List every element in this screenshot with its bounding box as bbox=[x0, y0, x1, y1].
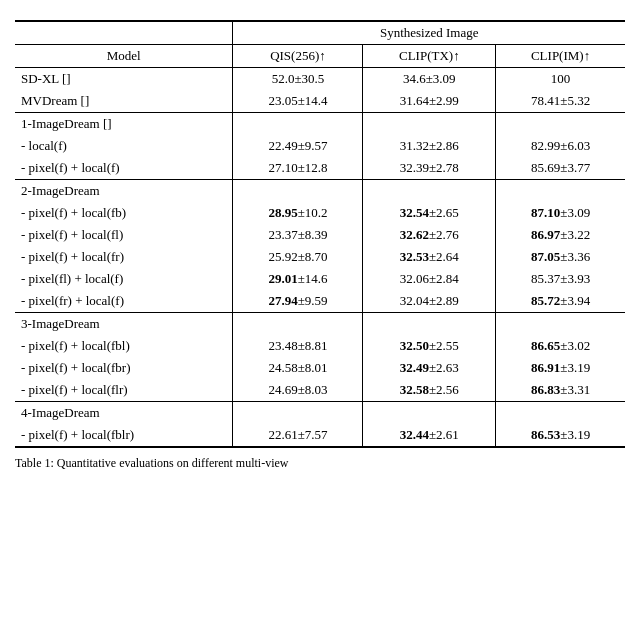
clip-tx-column-header: CLIP(TX)↑ bbox=[363, 45, 496, 68]
clip-im-cell: 86.65±3.02 bbox=[496, 335, 625, 357]
clip-im-cell: 78.41±5.32 bbox=[496, 90, 625, 113]
table-row: - pixel(fl) + local(f)29.01±14.632.06±2.… bbox=[15, 268, 625, 290]
qis-cell: 24.69±8.03 bbox=[233, 379, 363, 402]
table-container: Synthesized Image Model QIS(256)↑ CLIP(T… bbox=[15, 20, 625, 471]
clip-tx-cell: 32.53±2.64 bbox=[363, 246, 496, 268]
synthesized-image-header: Synthesized Image bbox=[233, 21, 625, 45]
clip-im-cell: 85.72±3.94 bbox=[496, 290, 625, 313]
table-row: - pixel(f) + local(fb)28.95±10.232.54±2.… bbox=[15, 202, 625, 224]
clip-im-cell: 100 bbox=[496, 68, 625, 91]
clip-im-cell: 86.53±3.19 bbox=[496, 424, 625, 447]
qis-cell: 22.61±7.57 bbox=[233, 424, 363, 447]
clip-im-cell: 85.69±3.77 bbox=[496, 157, 625, 180]
section-header-row: 3-ImageDream bbox=[15, 313, 625, 336]
qis-cell: 27.10±12.8 bbox=[233, 157, 363, 180]
table-row: - pixel(f) + local(flr)24.69±8.0332.58±2… bbox=[15, 379, 625, 402]
table-row: - pixel(f) + local(fbr)24.58±8.0132.49±2… bbox=[15, 357, 625, 379]
qis-cell: 23.48±8.81 bbox=[233, 335, 363, 357]
column-headers-row: Model QIS(256)↑ CLIP(TX)↑ CLIP(IM)↑ bbox=[15, 45, 625, 68]
clip-im-cell: 86.91±3.19 bbox=[496, 357, 625, 379]
table-row: - pixel(f) + local(f)27.10±12.832.39±2.7… bbox=[15, 157, 625, 180]
table-body: SD-XL []52.0±30.534.6±3.09100MVDream []2… bbox=[15, 68, 625, 448]
model-name-cell: - pixel(f) + local(fbl) bbox=[15, 335, 233, 357]
section-header-row: 2-ImageDream bbox=[15, 180, 625, 203]
model-name-cell: - pixel(f) + local(fbr) bbox=[15, 357, 233, 379]
clip-im-cell: 86.83±3.31 bbox=[496, 379, 625, 402]
clip-tx-cell: 34.6±3.09 bbox=[363, 68, 496, 91]
model-name-cell: - local(f) bbox=[15, 135, 233, 157]
qis-cell: 27.94±9.59 bbox=[233, 290, 363, 313]
qis-cell: 23.05±14.4 bbox=[233, 90, 363, 113]
model-name-cell: - pixel(f) + local(fr) bbox=[15, 246, 233, 268]
clip-im-cell: 87.05±3.36 bbox=[496, 246, 625, 268]
table-caption: Table 1: Quantitative evaluations on dif… bbox=[15, 456, 625, 471]
clip-im-column-header: CLIP(IM)↑ bbox=[496, 45, 625, 68]
header-row-synthesized: Synthesized Image bbox=[15, 21, 625, 45]
table-row: - pixel(f) + local(fblr)22.61±7.5732.44±… bbox=[15, 424, 625, 447]
section-header-model: 2-ImageDream bbox=[15, 180, 233, 203]
model-name-cell: - pixel(fl) + local(f) bbox=[15, 268, 233, 290]
clip-tx-cell: 32.50±2.55 bbox=[363, 335, 496, 357]
clip-im-cell: 82.99±6.03 bbox=[496, 135, 625, 157]
qis-cell: 52.0±30.5 bbox=[233, 68, 363, 91]
clip-tx-cell: 32.49±2.63 bbox=[363, 357, 496, 379]
table-row: MVDream []23.05±14.431.64±2.9978.41±5.32 bbox=[15, 90, 625, 113]
clip-im-cell: 85.37±3.93 bbox=[496, 268, 625, 290]
clip-tx-cell: 32.06±2.84 bbox=[363, 268, 496, 290]
table-row: - pixel(f) + local(fr)25.92±8.7032.53±2.… bbox=[15, 246, 625, 268]
model-name-cell: - pixel(f) + local(fb) bbox=[15, 202, 233, 224]
clip-tx-cell: 31.64±2.99 bbox=[363, 90, 496, 113]
qis-cell: 25.92±8.70 bbox=[233, 246, 363, 268]
model-name-cell: - pixel(f) + local(f) bbox=[15, 157, 233, 180]
section-header-row: 1-ImageDream [] bbox=[15, 113, 625, 136]
model-name-cell: MVDream [] bbox=[15, 90, 233, 113]
section-header-row: 4-ImageDream bbox=[15, 402, 625, 425]
qis-cell: 29.01±14.6 bbox=[233, 268, 363, 290]
table-row: - pixel(f) + local(fbl)23.48±8.8132.50±2… bbox=[15, 335, 625, 357]
section-header-model: 4-ImageDream bbox=[15, 402, 233, 425]
table-row: - pixel(f) + local(fl)23.37±8.3932.62±2.… bbox=[15, 224, 625, 246]
section-header-model: 3-ImageDream bbox=[15, 313, 233, 336]
clip-tx-cell: 32.39±2.78 bbox=[363, 157, 496, 180]
qis-cell: 23.37±8.39 bbox=[233, 224, 363, 246]
model-name-cell: - pixel(f) + local(fblr) bbox=[15, 424, 233, 447]
qis-cell: 24.58±8.01 bbox=[233, 357, 363, 379]
model-name-cell: - pixel(f) + local(flr) bbox=[15, 379, 233, 402]
section-header-model: 1-ImageDream [] bbox=[15, 113, 233, 136]
qis-cell: 28.95±10.2 bbox=[233, 202, 363, 224]
clip-im-cell: 87.10±3.09 bbox=[496, 202, 625, 224]
clip-tx-cell: 32.54±2.65 bbox=[363, 202, 496, 224]
results-table: Synthesized Image Model QIS(256)↑ CLIP(T… bbox=[15, 20, 625, 448]
empty-header bbox=[15, 21, 233, 45]
table-row: SD-XL []52.0±30.534.6±3.09100 bbox=[15, 68, 625, 91]
clip-tx-cell: 32.62±2.76 bbox=[363, 224, 496, 246]
model-name-cell: - pixel(f) + local(fl) bbox=[15, 224, 233, 246]
qis-column-header: QIS(256)↑ bbox=[233, 45, 363, 68]
clip-tx-cell: 32.44±2.61 bbox=[363, 424, 496, 447]
table-row: - pixel(fr) + local(f)27.94±9.5932.04±2.… bbox=[15, 290, 625, 313]
model-name-cell: SD-XL [] bbox=[15, 68, 233, 91]
clip-im-cell: 86.97±3.22 bbox=[496, 224, 625, 246]
clip-tx-cell: 32.04±2.89 bbox=[363, 290, 496, 313]
qis-cell: 22.49±9.57 bbox=[233, 135, 363, 157]
table-row: - local(f)22.49±9.5731.32±2.8682.99±6.03 bbox=[15, 135, 625, 157]
clip-tx-cell: 31.32±2.86 bbox=[363, 135, 496, 157]
model-name-cell: - pixel(fr) + local(f) bbox=[15, 290, 233, 313]
clip-tx-cell: 32.58±2.56 bbox=[363, 379, 496, 402]
model-column-header: Model bbox=[15, 45, 233, 68]
